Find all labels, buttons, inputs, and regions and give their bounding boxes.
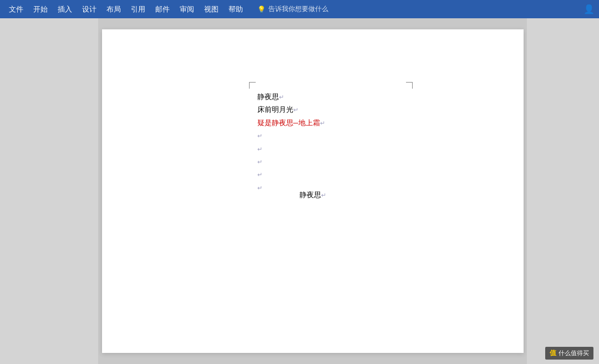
centered-text: 静夜思↵: [300, 190, 326, 200]
doc-line-3: 疑是静夜思─地上霜↵: [257, 116, 325, 129]
search-bar[interactable]: 💡 告诉我你想要做什么: [257, 4, 328, 14]
doc-line-1: 静夜思↵: [257, 90, 325, 103]
menu-item-review[interactable]: 审阅: [175, 2, 199, 17]
corner-mark-top-left: [249, 82, 256, 89]
doc-content[interactable]: 静夜思↵ 床前明月光↵ 疑是静夜思─地上霜↵ ↵ ↵ ↵ ↵ ↵: [257, 90, 325, 194]
doc-line-7: ↵: [257, 168, 325, 181]
right-sidebar: [527, 18, 599, 364]
line3-text: 疑是静夜思─地上霜: [257, 119, 320, 127]
main-content: 静夜思↵ 床前明月光↵ 疑是静夜思─地上霜↵ ↵ ↵ ↵ ↵ ↵ 静夜思↵: [0, 18, 599, 364]
doc-line-6: ↵: [257, 155, 325, 168]
para-mark-2: ↵: [293, 106, 298, 113]
para-mark-4: ↵: [257, 132, 262, 139]
menu-bar: 文件 开始 插入 设计 布局 引用 邮件 审阅 视图 帮助 💡 告诉我你想要做什…: [0, 0, 599, 18]
menu-item-start[interactable]: 开始: [29, 2, 52, 17]
menu-item-file[interactable]: 文件: [4, 2, 28, 17]
left-sidebar: [0, 18, 98, 364]
centered-para-mark: ↵: [321, 192, 326, 198]
document-area[interactable]: 静夜思↵ 床前明月光↵ 疑是静夜思─地上霜↵ ↵ ↵ ↵ ↵ ↵ 静夜思↵: [98, 18, 527, 364]
search-icon: 💡: [257, 6, 266, 13]
doc-line-5: ↵: [257, 142, 325, 155]
para-mark-1: ↵: [279, 94, 284, 100]
menu-item-reference[interactable]: 引用: [126, 2, 150, 17]
watermark-text: 什么值得买: [559, 349, 589, 357]
line2-text: 床前明月光: [257, 105, 293, 114]
para-mark-8: ↵: [257, 184, 262, 191]
menu-item-help[interactable]: 帮助: [224, 2, 247, 17]
para-mark-7: ↵: [257, 171, 262, 178]
line1-text: 静夜思: [257, 93, 279, 101]
para-mark-3: ↵: [320, 120, 325, 126]
para-mark-5: ↵: [257, 146, 262, 152]
menu-item-design[interactable]: 设计: [78, 2, 101, 17]
corner-mark-top-right: [406, 82, 413, 89]
bottom-watermark: 值 什么值得买: [545, 347, 593, 360]
search-placeholder: 告诉我你想要做什么: [268, 4, 328, 14]
user-icon[interactable]: 👤: [583, 4, 595, 14]
menu-item-mail[interactable]: 邮件: [151, 2, 174, 17]
centered-text-content: 静夜思: [300, 191, 321, 199]
menu-item-view[interactable]: 视图: [200, 2, 223, 17]
doc-line-2: 床前明月光↵: [257, 103, 325, 116]
document-page[interactable]: 静夜思↵ 床前明月光↵ 疑是静夜思─地上霜↵ ↵ ↵ ↵ ↵ ↵ 静夜思↵: [102, 29, 524, 353]
para-mark-6: ↵: [257, 158, 262, 165]
menu-item-insert[interactable]: 插入: [53, 2, 77, 17]
menu-item-layout[interactable]: 布局: [102, 2, 125, 17]
watermark-logo: 值: [550, 348, 556, 358]
title-bar: Rit 文件 开始 插入 设计 布局 引用 邮件 审阅 视图 帮助 💡 告诉我你…: [0, 0, 599, 18]
doc-line-4: ↵: [257, 129, 325, 142]
